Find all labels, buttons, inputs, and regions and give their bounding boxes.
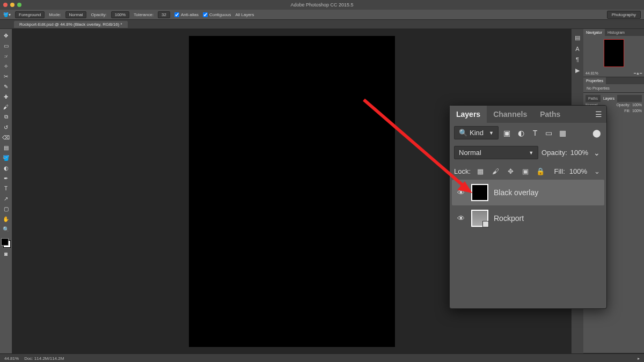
opacity-label: Opacity: bbox=[91, 12, 106, 17]
paragraph-panel-icon[interactable]: ¶ bbox=[576, 56, 579, 63]
crop-tool-icon[interactable]: ✂ bbox=[2, 72, 10, 80]
tab-paths-mini[interactable]: Paths bbox=[586, 95, 601, 102]
lock-all-icon[interactable]: 🔒 bbox=[535, 166, 546, 176]
document-tab-row: Rockport-Edit.psd @ 44.8% (Black overlay… bbox=[0, 20, 644, 29]
tab-layers[interactable]: Layers bbox=[450, 106, 487, 123]
bucket-tool-icon[interactable]: 🪣▾ bbox=[3, 12, 11, 17]
status-bar: 44.81% Doc: 114.2M/114.2M ▸ bbox=[0, 353, 644, 362]
actions-panel-icon[interactable]: ▶ bbox=[575, 67, 580, 74]
stamp-tool-icon[interactable]: ⧉ bbox=[2, 113, 10, 121]
mode-label: Mode: bbox=[49, 12, 61, 17]
tool-bar: ✥ ▭ ⟉ ✧ ✂ ✎ ✚ 🖌 ⧉ ↺ ⌫ ▤ 🪣 ◐ ✒ T ↗ ▢ ✋ 🔍 … bbox=[0, 29, 12, 353]
blend-mode-select[interactable]: Normal▼ bbox=[454, 146, 538, 159]
filter-adjust-icon[interactable]: ◐ bbox=[516, 128, 526, 138]
zoom-tool-icon[interactable]: 🔍 bbox=[2, 225, 10, 233]
foreground-swatch[interactable] bbox=[1, 238, 9, 246]
gradient-tool-icon[interactable]: ▤ bbox=[2, 143, 10, 152]
title-bar: Adobe Photoshop CC 2015.5 bbox=[0, 0, 644, 10]
layer-name[interactable]: Rockport bbox=[494, 214, 524, 223]
properties-message: No Properties bbox=[583, 84, 644, 92]
layer-name[interactable]: Black overlay bbox=[494, 188, 538, 197]
fill-chevron-icon[interactable]: ⌄ bbox=[591, 166, 602, 176]
navigator-panel: Navigator Histogram 44.81% ━▲━ bbox=[583, 29, 644, 77]
tab-layers-mini[interactable]: Layers bbox=[601, 95, 617, 102]
antialias-checkbox[interactable]: Anti-alias bbox=[174, 12, 199, 17]
eyedropper-tool-icon[interactable]: ✎ bbox=[2, 82, 10, 91]
lock-image-icon[interactable]: 🖌 bbox=[490, 166, 501, 176]
app-title: Adobe Photoshop CC 2015.5 bbox=[0, 2, 644, 8]
navigator-thumbnail[interactable] bbox=[604, 39, 624, 67]
heal-tool-icon[interactable]: ✚ bbox=[2, 92, 10, 101]
filter-shape-icon[interactable]: ▭ bbox=[544, 128, 554, 138]
wand-tool-icon[interactable]: ✧ bbox=[2, 62, 10, 70]
shape-tool-icon[interactable]: ▢ bbox=[2, 204, 10, 213]
character-panel-icon[interactable]: A bbox=[575, 46, 579, 52]
lock-transparency-icon[interactable]: ▩ bbox=[475, 166, 486, 176]
opacity-value[interactable]: 100% bbox=[111, 11, 129, 18]
navigator-slider[interactable]: ━▲━ bbox=[634, 71, 642, 76]
tab-histogram[interactable]: Histogram bbox=[605, 29, 627, 36]
pen-tool-icon[interactable]: ✒ bbox=[2, 174, 10, 182]
layer-row-rockport[interactable]: 👁 Rockport bbox=[452, 205, 604, 231]
fill-source-select[interactable]: Foreground bbox=[15, 11, 45, 18]
mini-fill-label: Fill: bbox=[624, 109, 630, 113]
layer-thumbnail[interactable] bbox=[471, 210, 488, 227]
layer-filter-select[interactable]: 🔍Kind▼ bbox=[454, 126, 499, 139]
tolerance-value[interactable]: 32 bbox=[158, 11, 170, 18]
visibility-icon[interactable]: 👁 bbox=[456, 188, 466, 197]
tab-properties[interactable]: Properties bbox=[583, 77, 606, 84]
bucket-tool-icon[interactable]: 🪣 bbox=[2, 153, 10, 162]
status-zoom[interactable]: 44.81% bbox=[4, 356, 19, 361]
mini-fill-value[interactable]: 100% bbox=[632, 109, 642, 113]
document-canvas[interactable] bbox=[189, 36, 395, 347]
filter-image-icon[interactable]: ▣ bbox=[502, 128, 513, 138]
filter-smart-icon[interactable]: ▦ bbox=[558, 128, 568, 138]
dodge-tool-icon[interactable]: ◐ bbox=[2, 164, 10, 172]
all-layers-label[interactable]: All Layers bbox=[235, 12, 254, 17]
history-panel-icon[interactable]: ▤ bbox=[575, 34, 580, 41]
opacity-chevron-icon[interactable]: ⌄ bbox=[591, 147, 602, 158]
brush-tool-icon[interactable]: 🖌 bbox=[2, 102, 10, 111]
mini-opacity-value[interactable]: 100% bbox=[632, 103, 642, 107]
eraser-tool-icon[interactable]: ⌫ bbox=[2, 133, 10, 142]
type-tool-icon[interactable]: T bbox=[2, 184, 10, 193]
quickmask-icon[interactable]: ◙ bbox=[2, 249, 10, 258]
document-tab[interactable]: Rockport-Edit.psd @ 44.8% (Black overlay… bbox=[14, 21, 128, 28]
lock-position-icon[interactable]: ✥ bbox=[505, 166, 516, 176]
history-brush-icon[interactable]: ↺ bbox=[2, 123, 10, 131]
tab-paths[interactable]: Paths bbox=[533, 106, 567, 123]
layer-row-black-overlay[interactable]: 👁 Black overlay bbox=[452, 180, 604, 205]
marquee-tool-icon[interactable]: ▭ bbox=[2, 41, 10, 50]
tolerance-label: Tolerance: bbox=[134, 12, 153, 17]
panel-menu-icon[interactable]: ☰ bbox=[595, 110, 602, 119]
fill-label: Fill: bbox=[554, 167, 565, 175]
hand-tool-icon[interactable]: ✋ bbox=[2, 215, 10, 223]
filter-toggle[interactable]: ⬤ bbox=[591, 128, 602, 138]
visibility-icon[interactable]: 👁 bbox=[456, 214, 466, 223]
layers-panel[interactable]: Layers Channels Paths ☰ 🔍Kind▼ ▣ ◐ T ▭ ▦… bbox=[449, 105, 607, 309]
layer-thumbnail[interactable] bbox=[471, 184, 488, 201]
color-swatches[interactable] bbox=[1, 238, 11, 248]
lasso-tool-icon[interactable]: ⟉ bbox=[2, 51, 10, 60]
mode-select[interactable]: Normal bbox=[65, 11, 87, 18]
properties-panel: Properties No Properties bbox=[583, 77, 644, 93]
options-bar: 🪣▾ Foreground Mode: Normal Opacity: 100%… bbox=[0, 10, 644, 20]
lock-artboard-icon[interactable]: ▣ bbox=[520, 166, 531, 176]
fill-value[interactable]: 100% bbox=[569, 167, 587, 175]
path-tool-icon[interactable]: ↗ bbox=[2, 194, 10, 203]
move-tool-icon[interactable]: ✥ bbox=[2, 31, 10, 40]
mini-opacity-label: Opacity: bbox=[616, 103, 630, 107]
filter-type-icon[interactable]: T bbox=[530, 128, 540, 138]
tab-channels[interactable]: Channels bbox=[487, 106, 533, 123]
opacity-value[interactable]: 100% bbox=[570, 149, 588, 157]
opacity-label: Opacity: bbox=[541, 149, 567, 157]
tab-navigator[interactable]: Navigator bbox=[583, 29, 605, 36]
lock-label: Lock: bbox=[454, 167, 471, 175]
status-doc-size[interactable]: Doc: 114.2M/114.2M bbox=[24, 356, 64, 361]
navigator-zoom: 44.81% bbox=[586, 71, 598, 76]
contiguous-checkbox[interactable]: Contiguous bbox=[203, 12, 231, 17]
workspace-switcher[interactable]: Photography bbox=[607, 11, 641, 19]
